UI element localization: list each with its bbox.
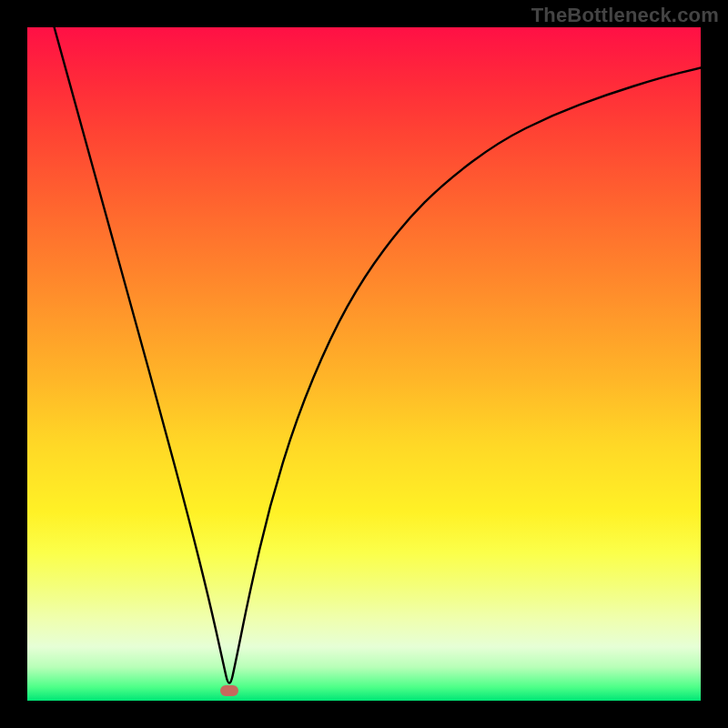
bottleneck-curve-path — [55, 27, 701, 683]
optimal-point-marker — [220, 685, 238, 696]
plot-area — [27, 27, 701, 701]
watermark-text: TheBottleneck.com — [531, 4, 719, 27]
chart-frame: TheBottleneck.com — [0, 0, 728, 728]
curve-svg — [27, 27, 701, 701]
